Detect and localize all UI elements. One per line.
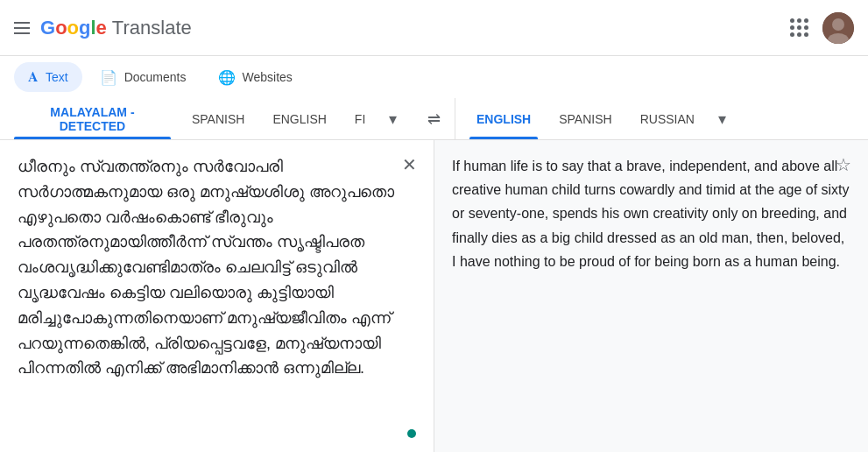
swap-languages-button[interactable]: ⇌ (413, 98, 455, 140)
app-name: Translate (112, 17, 192, 39)
swap-icon: ⇌ (427, 109, 441, 129)
source-lang-malayalam[interactable]: MALAYALAM - DETECTED (7, 98, 178, 139)
tab-documents-label: Documents (124, 70, 187, 84)
documents-icon: 📄 (100, 69, 117, 86)
target-lang-spanish[interactable]: SPANISH (545, 98, 625, 139)
tab-websites-label: Websites (243, 70, 293, 84)
tab-text[interactable]: 𝐀 Text (14, 62, 82, 92)
source-lang-panel: MALAYALAM - DETECTED SPANISH ENGLISH FI … (0, 98, 413, 139)
tab-documents[interactable]: 📄 Documents (86, 62, 201, 93)
text-icon: 𝐀 (28, 69, 39, 85)
source-lang-english[interactable]: ENGLISH (258, 98, 340, 139)
teal-dot (407, 429, 416, 438)
source-text[interactable]: ധീരനും സ്വതന്ത്രനും സർവോപരി സർഗാത്മകനുമാ… (18, 154, 416, 381)
header-right (790, 12, 854, 44)
header: G o o g l e Translate (0, 0, 868, 56)
avatar[interactable] (822, 12, 854, 44)
svg-point-1 (832, 18, 844, 31)
close-icon: ✕ (402, 154, 417, 175)
target-lang-english[interactable]: ENGLISH (462, 98, 545, 139)
star-icon: ☆ (836, 154, 851, 175)
favorite-button[interactable]: ☆ (829, 151, 857, 179)
tab-text-label: Text (46, 70, 68, 84)
hamburger-icon[interactable] (14, 22, 30, 34)
lang-bar: MALAYALAM - DETECTED SPANISH ENGLISH FI … (0, 98, 868, 140)
target-lang-dropdown[interactable]: ▾ (709, 98, 737, 139)
target-lang-panel: ENGLISH SPANISH RUSSIAN ▾ (455, 98, 868, 139)
tab-websites[interactable]: 🌐 Websites (204, 62, 307, 93)
target-panel: If human life is to say that a brave, in… (434, 140, 868, 452)
tabs-bar: 𝐀 Text 📄 Documents 🌐 Websites (0, 56, 868, 98)
source-lang-more[interactable]: FI (341, 98, 379, 139)
source-lang-dropdown[interactable]: ▾ (379, 98, 406, 139)
apps-icon[interactable] (790, 18, 808, 37)
target-text: If human life is to say that a brave, in… (452, 154, 850, 273)
source-lang-spanish[interactable]: SPANISH (178, 98, 258, 139)
logo: G o o g l e Translate (40, 17, 192, 39)
clear-source-button[interactable]: ✕ (395, 151, 423, 179)
main-content: ധീരനും സ്വതന്ത്രനും സർവോപരി സർഗാത്മകനുമാ… (0, 140, 868, 452)
source-panel: ധീരനും സ്വതന്ത്രനും സർവോപരി സർഗാത്മകനുമാ… (0, 140, 434, 452)
websites-icon: 🌐 (218, 69, 236, 86)
target-lang-russian[interactable]: RUSSIAN (626, 98, 709, 139)
